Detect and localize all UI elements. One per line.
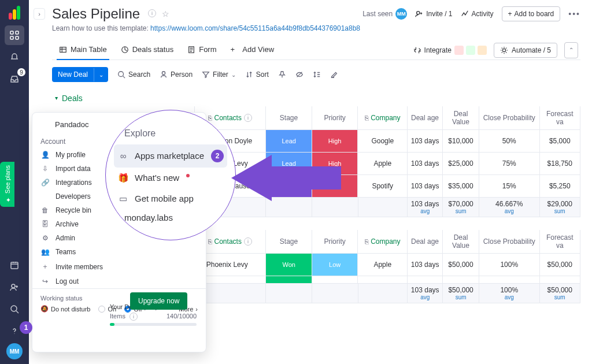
toolbar: New Deal⌄ Search Person Filter ⌄ Sort — [52, 60, 580, 88]
monday-labs-item[interactable]: monday.labs — [114, 209, 227, 222]
search-icon[interactable] — [5, 299, 24, 319]
tab-main-table[interactable]: Main Table — [52, 40, 114, 60]
info-icon[interactable]: i — [148, 9, 156, 17]
invite-button[interactable]: Invite / 1 — [415, 10, 452, 18]
tab-form[interactable]: Form — [180, 40, 223, 60]
filter-button[interactable]: Filter ⌄ — [202, 70, 236, 79]
template-link[interactable]: https://www.loom.com/share/54c55115a6a44… — [150, 24, 360, 32]
column-priority[interactable]: Priority — [312, 106, 358, 129]
pin-icon[interactable] — [278, 70, 286, 79]
workspaces-icon[interactable] — [5, 25, 24, 45]
last-seen[interactable]: Last seenMM — [362, 8, 407, 20]
color-icon[interactable] — [330, 70, 338, 79]
tab-deals-status[interactable]: Deals status — [114, 40, 181, 60]
svg-point-6 — [11, 306, 17, 311]
svg-point-13 — [162, 72, 165, 75]
person-filter[interactable]: Person — [160, 70, 193, 79]
search-button[interactable]: Search — [117, 70, 150, 79]
page-title: Sales Pipeline — [52, 6, 140, 22]
add-to-board-button[interactable]: + Add to board — [502, 6, 561, 21]
svg-rect-4 — [11, 262, 18, 269]
avatar-small: MM — [395, 8, 407, 20]
menu-invite-members[interactable]: ＋Invite members — [32, 259, 206, 274]
new-dot-icon — [186, 174, 190, 177]
svg-rect-3 — [16, 36, 18, 39]
status-dnd[interactable]: 🔕Do not disturb — [40, 305, 90, 313]
annotation-badge-1: 1 — [20, 321, 32, 334]
chevron-down-icon[interactable]: ⌄ — [94, 68, 108, 81]
explore-zoom: Explore ∞Apps marketplace2 🎁What's new ▭… — [105, 110, 236, 240]
collapse-header-icon[interactable]: ⌃ — [564, 42, 578, 58]
column-deal-age[interactable]: Deal age — [408, 106, 443, 129]
my-work-icon[interactable] — [5, 255, 24, 275]
svg-rect-8 — [60, 47, 66, 52]
column-company[interactable]: ⎘ Company — [358, 106, 408, 129]
gift-icon: 🎁 — [117, 173, 129, 183]
annotation-arrow — [231, 155, 341, 203]
group-header-deals[interactable]: ▸Deals — [52, 91, 580, 106]
more-menu-icon[interactable]: ••• — [568, 9, 580, 18]
mobile-icon: ▭ — [117, 194, 129, 204]
notifications-icon[interactable] — [5, 47, 24, 67]
activity-button[interactable]: Activity — [461, 10, 494, 18]
favorite-icon[interactable]: ☆ — [162, 9, 169, 18]
svg-point-12 — [119, 72, 124, 77]
monday-logo — [6, 3, 23, 20]
column-deal-value[interactable]: Deal Value — [443, 106, 479, 129]
marketplace-icon: ∞ — [117, 151, 129, 161]
hide-icon[interactable] — [295, 70, 304, 79]
svg-point-5 — [12, 284, 15, 288]
integration-icons — [454, 46, 487, 55]
svg-rect-0 — [10, 31, 13, 34]
invite-icon[interactable] — [5, 277, 24, 297]
apps-marketplace-item[interactable]: ∞Apps marketplace2 — [114, 144, 227, 168]
svg-point-7 — [417, 12, 420, 14]
annotation-badge-2: 2 — [211, 150, 224, 162]
svg-point-11 — [502, 49, 505, 51]
automate-button[interactable]: Automate / 5 — [494, 43, 557, 58]
subtitle: Learn how to use this template: https://… — [52, 24, 580, 32]
column-close-prob[interactable]: Close Probability — [479, 106, 540, 129]
menu-log-out[interactable]: ↪Log out — [32, 274, 206, 288]
upgrade-button[interactable]: Upgrade now — [130, 292, 187, 310]
get-mobile-app-item[interactable]: ▭Get mobile app — [114, 188, 227, 209]
whats-new-item[interactable]: 🎁What's new — [114, 168, 227, 188]
integrate-button[interactable]: Integrate — [413, 46, 487, 55]
height-icon[interactable] — [313, 70, 321, 79]
new-deal-button[interactable]: New Deal⌄ — [52, 67, 108, 82]
svg-rect-2 — [10, 36, 13, 39]
column-forecast[interactable]: Forecast va — [540, 106, 581, 129]
column-stage[interactable]: Stage — [266, 106, 312, 129]
menu-teams[interactable]: 👥Teams — [32, 245, 206, 259]
views-bar: Main Table Deals status Form + Add View … — [52, 40, 580, 60]
svg-rect-1 — [16, 31, 18, 34]
add-view-button[interactable]: + Add View — [224, 40, 282, 60]
user-avatar[interactable]: MM — [6, 343, 23, 359]
see-plans-tab[interactable]: ✦ See plans — [0, 162, 14, 207]
explore-heading: Explore — [114, 128, 227, 144]
inbox-icon[interactable]: 9 — [5, 69, 24, 89]
sort-button[interactable]: Sort — [245, 70, 269, 79]
inbox-badge: 9 — [17, 68, 25, 76]
